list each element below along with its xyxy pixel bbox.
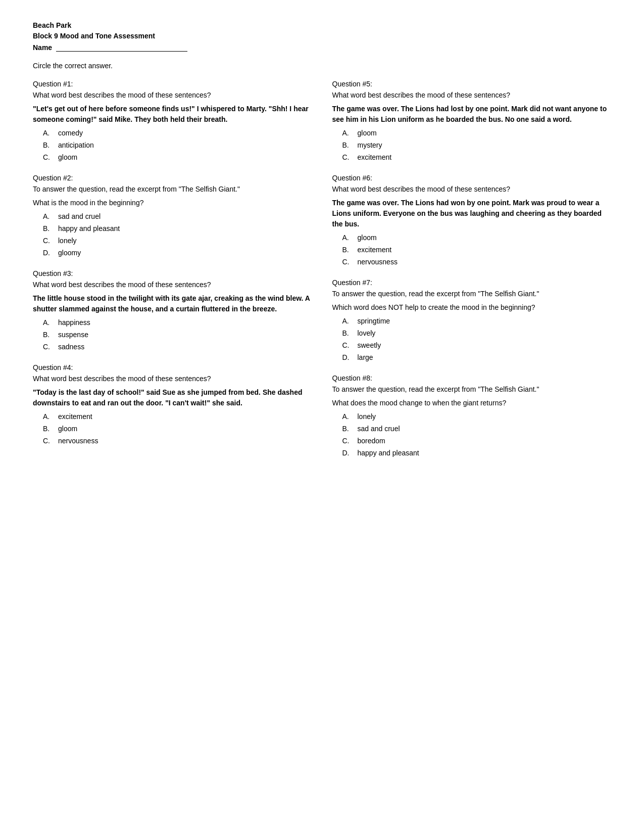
q7-sub-text: Which word does NOT help to create the m… <box>332 302 612 313</box>
q2-letter-a: A. <box>43 211 52 222</box>
q7-text-d: large <box>358 352 373 363</box>
q4-answer-a: A. excitement <box>43 411 312 422</box>
q2-text: To answer the question, read the excerpt… <box>33 184 312 195</box>
q3-text: What word best describes the mood of the… <box>33 280 312 290</box>
instructions: Circle the correct answer. <box>33 62 611 70</box>
q8-text: To answer the question, read the excerpt… <box>332 384 612 395</box>
q2-text-c: lonely <box>58 236 77 246</box>
q6-answer-c: C. nervousness <box>342 257 612 267</box>
question-2: Question #2: To answer the question, rea… <box>33 174 312 258</box>
q8-answer-a: A. lonely <box>342 411 612 422</box>
q8-letter-d: D. <box>342 448 352 458</box>
q6-text-a: gloom <box>358 233 377 243</box>
q7-text-c: sweetly <box>358 340 381 351</box>
q2-text-b: happy and pleasant <box>58 223 120 234</box>
q5-text: What word best describes the mood of the… <box>332 90 612 101</box>
q8-letter-b: B. <box>342 424 352 434</box>
q5-letter-a: A. <box>342 128 352 138</box>
q7-answer-c: C. sweetly <box>342 340 612 351</box>
q1-answer-c: C. gloom <box>43 152 312 163</box>
q7-label: Question #7: <box>332 279 612 287</box>
q7-answer-d: D. large <box>342 352 612 363</box>
q6-letter-a: A. <box>342 233 352 243</box>
q7-text-a: springtime <box>358 316 390 327</box>
q7-letter-b: B. <box>342 328 352 339</box>
q2-answer-d: D. gloomy <box>43 248 312 258</box>
question-5: Question #5: What word best describes th… <box>332 80 612 163</box>
right-column: Question #5: What word best describes th… <box>332 80 612 470</box>
q8-label: Question #8: <box>332 374 612 382</box>
q1-excerpt: "Let's get out of here before someone fi… <box>33 104 312 125</box>
q6-letter-c: C. <box>342 257 352 267</box>
question-1: Question #1: What word best describes th… <box>33 80 312 163</box>
q6-text-c: nervousness <box>358 257 398 267</box>
q3-text-a: happiness <box>58 317 90 328</box>
q8-text-c: boredom <box>358 436 385 446</box>
q8-text-d: happy and pleasant <box>358 448 419 458</box>
question-8: Question #8: To answer the question, rea… <box>332 374 612 458</box>
q4-label: Question #4: <box>33 363 312 372</box>
q5-answer-c: C. excitement <box>342 152 612 163</box>
q1-letter-a: A. <box>43 128 52 138</box>
q5-excerpt: The game was over. The Lions had lost by… <box>332 104 612 125</box>
q5-text-c: excitement <box>358 152 392 163</box>
question-3: Question #3: What word best describes th… <box>33 269 312 352</box>
q5-label: Question #5: <box>332 80 612 88</box>
q7-letter-d: D. <box>342 352 352 363</box>
q3-text-b: suspense <box>58 330 88 340</box>
q8-answer-d: D. happy and pleasant <box>342 448 612 458</box>
q4-excerpt: "Today is the last day of school!" said … <box>33 387 312 408</box>
q5-letter-b: B. <box>342 140 352 151</box>
q6-answer-b: B. excitement <box>342 245 612 255</box>
q7-text: To answer the question, read the excerpt… <box>332 289 612 299</box>
q8-letter-c: C. <box>342 436 352 446</box>
q1-letter-c: C. <box>43 152 52 163</box>
q5-text-b: mystery <box>358 140 382 151</box>
q2-sub-text: What is the mood in the beginning? <box>33 198 312 208</box>
q3-answers: A. happiness B. suspense C. sadness <box>43 317 312 352</box>
q7-answer-b: B. lovely <box>342 328 612 339</box>
q3-answer-a: A. happiness <box>43 317 312 328</box>
q8-text-a: lonely <box>358 411 376 422</box>
q4-letter-b: B. <box>43 424 52 434</box>
name-underline[interactable] <box>56 51 187 52</box>
q4-answers: A. excitement B. gloom C. nervousness <box>43 411 312 446</box>
q3-text-c: sadness <box>58 342 84 352</box>
q2-letter-c: C. <box>43 236 52 246</box>
title-line2: Block 9 Mood and Tone Assessment <box>33 31 611 41</box>
q1-answer-a: A. comedy <box>43 128 312 138</box>
q3-answer-b: B. suspense <box>43 330 312 340</box>
two-column-layout: Question #1: What word best describes th… <box>33 80 611 470</box>
q4-answer-c: C. nervousness <box>43 436 312 446</box>
q3-label: Question #3: <box>33 269 312 277</box>
q1-text: What word best describes the mood of the… <box>33 90 312 101</box>
q7-letter-a: A. <box>342 316 352 327</box>
q7-answer-a: A. springtime <box>342 316 612 327</box>
q8-text-b: sad and cruel <box>358 424 400 434</box>
q2-answer-a: A. sad and cruel <box>43 211 312 222</box>
q1-text-c: gloom <box>58 152 77 163</box>
q1-letter-b: B. <box>43 140 52 151</box>
q3-letter-c: C. <box>43 342 52 352</box>
q8-answer-b: B. sad and cruel <box>342 424 612 434</box>
q4-text: What word best describes the mood of the… <box>33 374 312 384</box>
q8-answer-c: C. boredom <box>342 436 612 446</box>
q6-letter-b: B. <box>342 245 352 255</box>
q2-text-a: sad and cruel <box>58 211 101 222</box>
q6-excerpt: The game was over. The Lions had won by … <box>332 198 612 229</box>
question-6: Question #6: What word best describes th… <box>332 174 612 267</box>
question-4: Question #4: What word best describes th… <box>33 363 312 446</box>
q6-text: What word best describes the mood of the… <box>332 184 612 195</box>
q7-answers: A. springtime B. lovely C. sweetly D. la… <box>342 316 612 363</box>
name-label: Name <box>33 43 52 52</box>
left-column: Question #1: What word best describes th… <box>33 80 312 470</box>
q2-answer-c: C. lonely <box>43 236 312 246</box>
q2-label: Question #2: <box>33 174 312 182</box>
q4-letter-a: A. <box>43 411 52 422</box>
q5-letter-c: C. <box>342 152 352 163</box>
q8-answers: A. lonely B. sad and cruel C. boredom D.… <box>342 411 612 458</box>
q1-answer-b: B. anticipation <box>43 140 312 151</box>
q5-answer-a: A. gloom <box>342 128 612 138</box>
q6-text-b: excitement <box>358 245 392 255</box>
q6-label: Question #6: <box>332 174 612 182</box>
